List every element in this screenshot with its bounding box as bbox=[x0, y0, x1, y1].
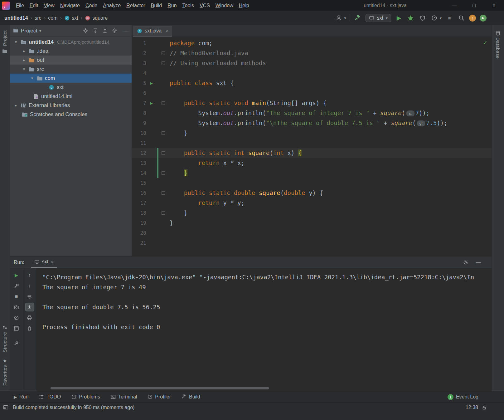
expand-all-icon[interactable] bbox=[93, 28, 98, 33]
debug-bug-icon[interactable] bbox=[407, 14, 415, 22]
chevron-right-icon[interactable]: ▸ bbox=[20, 49, 28, 53]
tree-item-idea[interactable]: ▸ .idea bbox=[10, 46, 132, 56]
tree-item-sxt[interactable]: c sxt bbox=[10, 83, 132, 92]
menu-vcs[interactable]: VCS bbox=[197, 2, 213, 10]
stop-button[interactable]: ■ bbox=[445, 14, 453, 22]
chevron-right-icon[interactable]: ▸ bbox=[12, 103, 20, 108]
menu-edit[interactable]: Edit bbox=[27, 2, 41, 10]
breadcrumb-sxt[interactable]: c sxt bbox=[64, 15, 78, 21]
toolwindow-profiler-button[interactable]: Profiler bbox=[148, 394, 171, 400]
fold-icon[interactable] bbox=[158, 51, 168, 55]
restore-layout-icon[interactable] bbox=[12, 324, 21, 333]
tree-item-scratches[interactable]: Scratches and Consoles bbox=[10, 110, 132, 119]
coverage-shield-icon[interactable] bbox=[419, 14, 427, 22]
tree-item-src[interactable]: ▾ src bbox=[10, 65, 132, 74]
hide-panel-icon[interactable]: — bbox=[476, 260, 481, 265]
minimize-button[interactable]: — bbox=[444, 0, 464, 11]
maximize-button[interactable]: □ bbox=[464, 0, 484, 11]
gear-icon[interactable] bbox=[112, 28, 117, 33]
editor-tab-sxt-java[interactable]: c sxt.java × bbox=[133, 26, 172, 37]
tool-window-toggle-icon[interactable] bbox=[3, 405, 8, 410]
close-button[interactable]: × bbox=[484, 0, 504, 11]
menu-file[interactable]: File bbox=[13, 2, 27, 10]
tool-window-database-stripe[interactable]: Database bbox=[495, 31, 501, 59]
toolwindow-build-button[interactable]: Build bbox=[182, 394, 200, 400]
tree-item-com[interactable]: ▾ com bbox=[10, 74, 132, 83]
code-line[interactable]: 5▶public class sxt { bbox=[132, 78, 492, 88]
settings-wrench-icon[interactable] bbox=[12, 281, 21, 290]
fold-icon[interactable] bbox=[158, 61, 168, 65]
dump-threads-camera-icon[interactable] bbox=[12, 303, 21, 311]
code-line[interactable]: 10 } bbox=[132, 128, 492, 138]
fold-icon[interactable] bbox=[158, 211, 168, 215]
soft-wrap-icon[interactable] bbox=[25, 292, 34, 301]
menu-build[interactable]: Build bbox=[148, 2, 165, 10]
code-line[interactable]: 2// MethodOverload.java bbox=[132, 48, 492, 58]
update-notification-icon[interactable]: ↑ bbox=[469, 15, 476, 22]
code-line[interactable]: 8 System.out.println("The square of inte… bbox=[132, 108, 492, 118]
folder-stripe-icon[interactable] bbox=[2, 49, 7, 53]
run-configuration-select[interactable]: sxt ▾ bbox=[366, 14, 391, 22]
user-account-icon[interactable] bbox=[335, 14, 343, 22]
close-tab-icon[interactable]: × bbox=[51, 259, 54, 265]
hide-panel-icon[interactable]: — bbox=[124, 28, 128, 34]
chevron-down-icon[interactable]: ▾ bbox=[28, 76, 36, 81]
console-output[interactable]: "C:\Program Files\Java\jdk-20\bin\java.e… bbox=[36, 268, 492, 391]
code-line[interactable]: 17 return y * y; bbox=[132, 198, 492, 208]
tool-window-project-stripe[interactable]: Project bbox=[2, 30, 7, 46]
code-line[interactable]: 21 bbox=[132, 238, 492, 248]
tree-item-untitled14-iml[interactable]: untitled14.iml bbox=[10, 92, 132, 101]
code-line[interactable]: 14 } bbox=[132, 168, 492, 178]
code-line[interactable]: 6 bbox=[132, 88, 492, 98]
tool-window-favorites-stripe[interactable]: ★ Favorites bbox=[2, 358, 7, 386]
tree-item-external-libraries[interactable]: ▸ External Libraries bbox=[10, 101, 132, 110]
print-icon[interactable] bbox=[25, 313, 34, 322]
breadcrumb-square[interactable]: m square bbox=[85, 15, 108, 21]
rerun-button[interactable]: ▶ bbox=[12, 271, 21, 280]
code-line[interactable]: 12 public static int square(int x) { bbox=[132, 148, 492, 158]
toolwindow-terminal-button[interactable]: Terminal bbox=[111, 394, 137, 400]
fold-icon[interactable] bbox=[158, 151, 168, 155]
status-message[interactable]: Build completed successfully in 950 ms (… bbox=[13, 405, 134, 410]
code-line[interactable]: 18 } bbox=[132, 208, 492, 218]
chevron-down-icon[interactable]: ▾ bbox=[39, 29, 41, 33]
chevron-down-icon[interactable]: ▾ bbox=[12, 40, 20, 44]
fold-icon[interactable] bbox=[158, 191, 168, 195]
tool-window-structure-stripe[interactable]: Structure bbox=[2, 325, 7, 352]
code-editor[interactable]: 1package com;2// MethodOverload.java3// … bbox=[132, 37, 492, 256]
code-line[interactable]: 1package com; bbox=[132, 38, 492, 48]
inspection-ok-icon[interactable]: ✓ bbox=[483, 39, 487, 46]
horizontal-scrollbar[interactable] bbox=[51, 387, 269, 389]
breadcrumb-src[interactable]: src bbox=[35, 15, 41, 21]
menu-run[interactable]: Run bbox=[165, 2, 179, 10]
menu-navigate[interactable]: Navigate bbox=[57, 2, 83, 10]
tree-item-untitled14[interactable]: ▾ untitled14 C:\IDEAproject\untitled14 bbox=[10, 37, 132, 46]
menu-refactor[interactable]: Refactor bbox=[124, 2, 148, 10]
search-icon[interactable] bbox=[457, 14, 465, 22]
close-tab-icon[interactable]: × bbox=[165, 28, 168, 34]
breadcrumb-com[interactable]: com bbox=[48, 15, 57, 21]
code-line[interactable]: 19} bbox=[132, 218, 492, 228]
code-line[interactable]: 13 return x * x; bbox=[132, 158, 492, 168]
code-line[interactable]: 11 bbox=[132, 138, 492, 148]
fold-icon[interactable] bbox=[158, 101, 168, 105]
run-line-icon[interactable]: ▶ bbox=[146, 101, 157, 105]
locate-file-icon[interactable] bbox=[83, 28, 88, 33]
ide-status-icon[interactable]: ▶ bbox=[480, 15, 487, 22]
up-stack-trace-icon[interactable]: ↑ bbox=[25, 271, 34, 280]
code-line[interactable]: 4 bbox=[132, 68, 492, 78]
tree-item-out[interactable]: ▸ out bbox=[10, 56, 132, 65]
menu-code[interactable]: Code bbox=[83, 2, 100, 10]
toolwindow-problems-button[interactable]: Problems bbox=[71, 394, 100, 400]
kill-process-icon[interactable] bbox=[12, 313, 21, 322]
code-line[interactable]: 3// Using overloaded methods bbox=[132, 58, 492, 68]
chevron-right-icon[interactable]: ▸ bbox=[20, 58, 28, 62]
project-panel-title[interactable]: Project bbox=[21, 28, 37, 34]
scroll-to-end-icon[interactable] bbox=[25, 303, 34, 311]
menu-view[interactable]: View bbox=[41, 2, 57, 10]
clear-all-trash-icon[interactable] bbox=[25, 324, 34, 333]
breadcrumb-untitled14[interactable]: untitled14 bbox=[4, 15, 28, 21]
profiler-icon[interactable] bbox=[430, 14, 439, 22]
down-stack-trace-icon[interactable]: ↓ bbox=[25, 281, 34, 290]
pin-tab-icon[interactable] bbox=[12, 339, 21, 348]
